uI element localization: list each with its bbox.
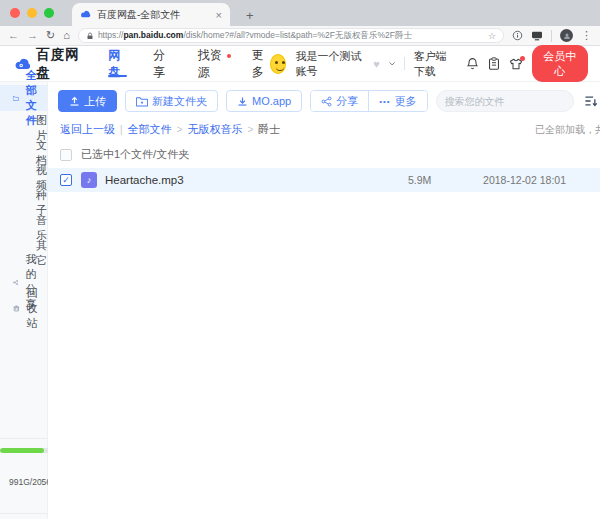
home-icon[interactable]: ⌂ — [63, 30, 70, 41]
tab-favicon-baidu-pan-icon — [80, 9, 91, 20]
sort-order-icon[interactable] — [584, 95, 598, 107]
tab-close-icon[interactable]: × — [216, 9, 222, 21]
monitor-extension-icon[interactable] — [531, 31, 543, 41]
selection-count-label: 已选中1个文件/文件夹 — [81, 147, 189, 162]
sidebar-storage-section: 991G/2056G 扩容至5T ••• — [0, 438, 47, 519]
sidebar-item-documents[interactable]: 文档 — [0, 140, 47, 165]
music-file-icon: ♪ — [81, 172, 97, 188]
client-download-link[interactable]: 客户端下载 — [414, 49, 457, 79]
browser-profile-avatar[interactable] — [560, 29, 573, 42]
storage-row: 991G/2056G 扩容至5T — [0, 459, 47, 513]
back-icon[interactable]: ← — [8, 30, 19, 41]
new-folder-button[interactable]: 新建文件夹 — [125, 90, 218, 112]
username[interactable]: 我是一个测试账号 — [295, 49, 364, 79]
file-toolbar: 上传 新建文件夹 MO.app 分享 ••• — [48, 88, 600, 114]
breadcrumb-chevron: > — [177, 124, 183, 135]
browser-menu-icon[interactable]: ⋮ — [581, 30, 592, 41]
sidebar-item-all-files[interactable]: 全部文件 — [0, 85, 47, 111]
chevron-down-icon[interactable] — [389, 61, 395, 67]
browser-urlbar: ← → ↻ ⌂ https://pan.baidu.com/disk/home?… — [0, 26, 600, 46]
sidebar-item-music[interactable]: 音乐 — [0, 215, 47, 240]
reload-icon[interactable]: ↻ — [46, 30, 55, 41]
bell-icon — [466, 57, 479, 70]
storage-progress-fill — [0, 448, 44, 453]
file-row[interactable]: ✓ ♪ Heartache.mp3 5.9M 2018-12-02 18:01 — [48, 168, 600, 192]
info-extension-icon[interactable] — [512, 30, 523, 41]
address-bar[interactable]: https://pan.baidu.com/disk/home?#/all?vm… — [78, 28, 504, 43]
sidebar-item-videos[interactable]: 视频 — [0, 165, 47, 190]
lock-icon — [86, 32, 94, 40]
minimize-window-button[interactable] — [27, 8, 37, 18]
tasks-clipboard[interactable] — [488, 57, 500, 70]
folder-icon — [13, 93, 19, 104]
share-button[interactable]: 分享 — [311, 91, 368, 111]
sidebar-item-recycle-bin[interactable]: 回收站 — [0, 295, 47, 321]
download-icon — [237, 96, 248, 107]
breadcrumb-separator: | — [120, 124, 123, 135]
share-icon — [13, 277, 18, 288]
close-window-button[interactable] — [10, 8, 20, 18]
share-button-label: 分享 — [336, 94, 358, 109]
search-area — [436, 90, 600, 112]
header-account-area: 我是一个测试账号 ♥ 客户端下载 会员中心 — [270, 45, 588, 82]
sidebar-item-pictures[interactable]: 图片 — [0, 115, 47, 140]
breadcrumb: 返回上一级 | 全部文件 > 无版权音乐 > 爵士 已全部加载，共1个 — [48, 114, 600, 141]
more-button[interactable]: ••• 更多 — [368, 91, 426, 111]
window-controls — [10, 0, 54, 26]
search-box[interactable] — [436, 90, 574, 112]
notification-dot — [227, 54, 231, 58]
file-name[interactable]: Heartache.mp3 — [105, 174, 385, 186]
upload-button-label: 上传 — [84, 94, 106, 109]
more-dots-icon: ••• — [379, 97, 390, 106]
notifications-bell[interactable] — [466, 57, 479, 70]
selection-bar: 已选中1个文件/文件夹 — [48, 141, 600, 168]
upload-button[interactable]: 上传 — [58, 90, 117, 112]
toolbar-separator — [551, 30, 552, 42]
nav-tab-share[interactable]: 分享 — [153, 46, 172, 81]
breadcrumb-root-link[interactable]: 全部文件 — [128, 122, 172, 137]
url-host: pan.baidu.com — [123, 30, 183, 40]
main-nav: 网盘 分享 找资源 更多 — [108, 46, 270, 81]
trash-icon — [13, 303, 20, 314]
breadcrumb-current: 爵士 — [258, 122, 280, 137]
browser-tab[interactable]: 百度网盘-全部文件 × — [72, 3, 230, 26]
file-checkbox[interactable]: ✓ — [60, 174, 72, 186]
load-status: 已全部加载，共1个 — [535, 123, 600, 137]
browser-tabstrip: 百度网盘-全部文件 × + — [0, 0, 600, 26]
tshirt-notification-dot — [520, 56, 525, 61]
header-separator — [404, 57, 405, 70]
tab-title: 百度网盘-全部文件 — [97, 8, 210, 22]
share-more-button-group: 分享 ••• 更多 — [310, 90, 427, 112]
nav-tab-more[interactable]: 更多 — [252, 46, 271, 81]
user-avatar[interactable] — [270, 54, 286, 74]
dress-up-tshirt[interactable] — [509, 58, 523, 70]
search-input[interactable] — [445, 96, 577, 107]
divider — [0, 438, 47, 439]
url-path: /disk/home?#/all?vmode=list&path=%2F无版权音… — [183, 30, 412, 40]
breadcrumb-back-link[interactable]: 返回上一级 — [60, 122, 115, 137]
vip-badge-icon: ♥ — [373, 58, 380, 70]
share-icon — [321, 96, 332, 107]
app-body: 全部文件 图片 文档 视频 种子 音乐 其它 我的分享 回收站 991G/205… — [0, 82, 600, 519]
file-modified-date: 2018-12-02 18:01 — [455, 174, 595, 186]
vip-center-button[interactable]: 会员中心 — [532, 45, 588, 82]
select-all-checkbox[interactable] — [60, 149, 72, 161]
sidebar-item-torrents[interactable]: 种子 — [0, 190, 47, 215]
maximize-window-button[interactable] — [44, 8, 54, 18]
person-icon — [563, 32, 571, 40]
new-tab-button[interactable]: + — [240, 8, 260, 26]
new-folder-icon — [136, 96, 148, 107]
nav-tab-find-resources[interactable]: 找资源 — [198, 46, 226, 81]
sidebar-item-label: 回收站 — [27, 286, 47, 331]
mo-app-button[interactable]: MO.app — [226, 90, 302, 112]
platform-clients-row: ••• — [0, 513, 47, 519]
bookmark-star-icon[interactable]: ☆ — [488, 31, 496, 41]
breadcrumb-folder-link[interactable]: 无版权音乐 — [187, 122, 242, 137]
breadcrumb-chevron: > — [247, 124, 253, 135]
forward-icon[interactable]: → — [27, 30, 38, 41]
nav-tab-disk[interactable]: 网盘 — [108, 46, 127, 81]
nav-tab-find-resources-label: 找资源 — [198, 47, 226, 81]
url-text: https://pan.baidu.com/disk/home?#/all?vm… — [98, 30, 484, 42]
app-header: 百度网盘 网盘 分享 找资源 更多 我是一个测试账号 ♥ 客户端下载 — [0, 46, 600, 82]
new-folder-button-label: 新建文件夹 — [152, 94, 207, 109]
